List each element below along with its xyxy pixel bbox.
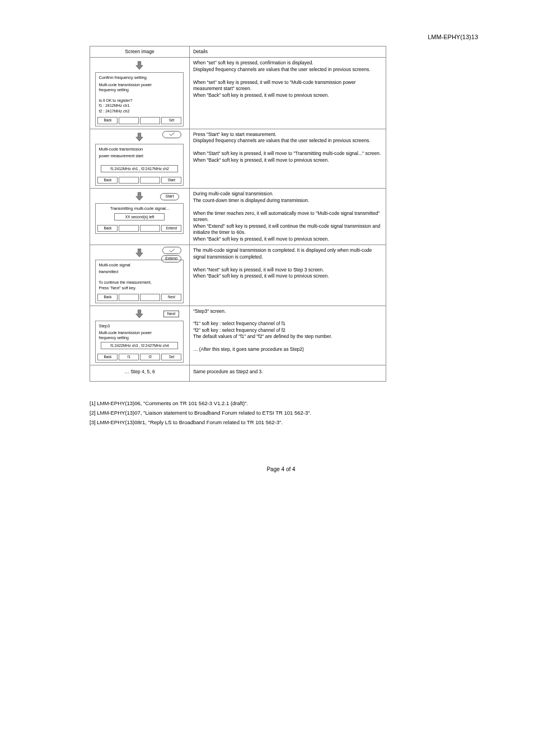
screen-panel: Transmitting multi-code signal...XX seco… — [95, 203, 184, 234]
screen-panel: Confirm frequency settingMulti-code tran… — [95, 72, 184, 126]
note-left: … Step 4, 5, 6 — [90, 365, 190, 381]
softkey[interactable]: Set — [161, 117, 181, 124]
panel-box: f1:2422MHz ch3 , f2:2427MHz ch4 — [101, 342, 178, 349]
softkey[interactable]: Back — [97, 294, 118, 301]
transition: Next — [92, 307, 187, 321]
procedure-table: Screen image Details Confirm frequency s… — [90, 46, 386, 382]
softkey[interactable] — [140, 225, 160, 232]
softkey[interactable]: Back — [97, 117, 118, 124]
step-details: When "set" soft key is pressed, confirma… — [189, 58, 386, 129]
page-header: LMM-EPHY(13)13 — [84, 34, 478, 40]
softkey[interactable] — [119, 117, 139, 124]
transition — [92, 130, 187, 144]
transition: Extend — [92, 246, 187, 260]
reference-item: [2] LMM-EPHY(13)07, "Liaison statement t… — [90, 408, 392, 417]
step-details: "Step3" screen. "f1" soft key : select f… — [189, 306, 386, 365]
next-label: Next — [163, 311, 179, 317]
down-arrow-icon — [134, 60, 144, 71]
step-details: During multi-code signal transmission.Th… — [189, 189, 386, 245]
panel-line: Is it OK to register? — [99, 98, 180, 103]
panel-line: Multi-code transmission power — [99, 330, 180, 335]
softkey[interactable]: Next — [161, 294, 181, 301]
softkey[interactable]: f1 — [119, 354, 139, 361]
reference-item: [3] LMM-EPHY(13)08r1, "Reply LS to Broad… — [90, 417, 392, 427]
softkey[interactable] — [140, 117, 160, 124]
panel-box: XX second(s) left — [114, 213, 165, 220]
softkey[interactable] — [119, 177, 139, 184]
softkey[interactable] — [119, 294, 139, 301]
down-arrow-icon — [134, 309, 144, 319]
table-header-right: Details — [189, 46, 386, 58]
panel-line: f1 : 2412MHz ch1 — [99, 103, 180, 108]
set-pill-icon — [162, 131, 181, 138]
panel-line: power measurement start — [99, 153, 180, 158]
references: [1] LMM-EPHY(13)06, "Comments on TR 101 … — [90, 398, 392, 427]
step-details: The multi-code signal transmission is co… — [189, 245, 386, 306]
softkey[interactable]: Back — [97, 177, 118, 184]
panel-line — [99, 158, 180, 163]
panel-line: To continue the measurement, — [99, 280, 180, 285]
panel-title: Multi-code signal — [99, 262, 180, 268]
panel-box: f1:2412MHz ch1 , f2:2417MHz ch2 — [101, 165, 178, 172]
reference-item: [1] LMM-EPHY(13)06, "Comments on TR 101 … — [90, 398, 392, 408]
softkey[interactable] — [119, 225, 139, 232]
panel-line — [99, 275, 180, 280]
step-details: Press "Start" key to start measurement.D… — [189, 129, 386, 189]
transition — [92, 59, 187, 72]
screen-panel: Multi-code transmissionpower measurement… — [95, 144, 184, 186]
panel-line: frequency setting — [99, 87, 180, 92]
panel-line — [99, 92, 180, 97]
softkey-row: Back Start — [96, 176, 183, 186]
panel-title: Step3 — [99, 323, 180, 329]
down-arrow-icon — [134, 191, 144, 201]
trans-label: Start — [160, 193, 179, 200]
softkey-row: Back Set — [96, 116, 183, 126]
panel-line: f2 : 2417MHz ch2 — [99, 109, 180, 114]
softkey-row: Back Next — [96, 293, 183, 303]
softkey[interactable]: Set — [161, 354, 181, 361]
softkey-row: Back Extend — [96, 224, 183, 234]
softkey[interactable]: Extend — [161, 225, 181, 232]
panel-line: frequency setting — [99, 335, 180, 340]
table-header-left: Screen image — [90, 46, 190, 58]
softkey[interactable]: Back — [97, 225, 118, 232]
panel-line: transmitted — [99, 269, 180, 274]
softkey[interactable]: f2 — [140, 354, 160, 361]
screen-panel: Step3Multi-code transmission powerfreque… — [95, 321, 184, 363]
panel-line: Press "Next" soft key. — [99, 285, 180, 290]
screen-panel: Multi-code signaltransmitted To continue… — [95, 260, 184, 303]
note-right: Same procedure as Step2 and 3. — [189, 365, 386, 381]
softkey[interactable]: Start — [161, 177, 181, 184]
panel-title: Transmitting multi-code signal... — [99, 206, 180, 212]
panel-title: Multi-code transmission — [99, 147, 180, 152]
down-arrow-icon — [134, 132, 144, 142]
softkey-row: Backf1f2Set — [96, 353, 183, 363]
softkey[interactable] — [140, 294, 160, 301]
panel-title: Confirm frequency setting — [99, 75, 180, 81]
extend-pill: Extend — [161, 255, 181, 262]
softkey[interactable] — [140, 177, 160, 184]
down-arrow-icon — [134, 248, 144, 258]
set-pill-icon — [162, 247, 181, 254]
panel-line: Multi-code transmission power — [99, 82, 180, 87]
transition: Start — [92, 190, 187, 203]
page-footer: Page 4 of 4 — [84, 466, 478, 472]
softkey[interactable]: Back — [97, 354, 118, 361]
